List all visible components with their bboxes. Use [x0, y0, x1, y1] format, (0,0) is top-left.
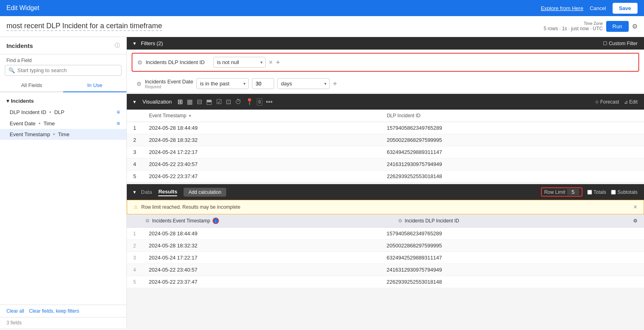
- sidebar: Incidents ⓘ Find a Field 🔍 All Fields In…: [0, 37, 127, 328]
- row-num: 1: [127, 122, 142, 134]
- row-limit-label: Row Limit: [544, 189, 566, 195]
- fields-count: 3 fields: [0, 317, 126, 328]
- widget-title-bar: most recent DLP Incident for a certain t…: [0, 16, 644, 37]
- filter-condition-select-2[interactable]: is in the past: [196, 78, 249, 89]
- filter-field-1: Incidents DLP Incident ID: [146, 59, 210, 65]
- tab-in-use[interactable]: In Use: [63, 79, 126, 92]
- data-timestamp-2: 2024-05-28 18:32:32: [142, 240, 380, 252]
- filter-row-1: ⚙ Incidents DLP Incident ID is not null …: [132, 53, 639, 72]
- cancel-button[interactable]: Cancel: [590, 5, 606, 11]
- filter-unit-select[interactable]: days: [277, 78, 330, 89]
- viz-th-dlp-id[interactable]: DLP Incident ID: [380, 110, 644, 122]
- viz-dlp-4: 2416312930975794949: [380, 158, 644, 170]
- viz-th-timestamp[interactable]: Event Timestamp ▼: [142, 110, 380, 122]
- explore-from-here-button[interactable]: Explore from Here: [541, 5, 583, 11]
- data-collapse-icon[interactable]: ▾: [133, 189, 136, 195]
- clear-all-button[interactable]: Clear all: [6, 308, 24, 314]
- filter-add-button-2[interactable]: +: [333, 80, 337, 87]
- data-row: 3 2024-05-24 17:22:17 632494252988931114…: [127, 252, 644, 264]
- data-dlp-2: 2050022868297599995: [380, 240, 644, 252]
- sidebar-tabs: All Fields In Use: [0, 79, 126, 92]
- viz-line-icon[interactable]: ⊡: [225, 97, 232, 106]
- viz-header: ▾ Visualization ⊞ ▦ ⊟ ⬒ ☑ ⊡ ⏱ 📍 6 ••• ⊹: [127, 94, 644, 110]
- search-icon: 🔍: [8, 67, 15, 73]
- add-calculation-button[interactable]: Add calculation: [184, 188, 226, 197]
- field-item-dlp-incident-id[interactable]: DLP Incident ID • DLP ≡: [0, 106, 126, 118]
- row-limit-input[interactable]: [567, 189, 579, 195]
- filters-label: Filters (2): [141, 40, 163, 46]
- forecast-button[interactable]: ⊹ Forecast: [595, 99, 619, 105]
- row-num: 4: [127, 264, 142, 276]
- search-input[interactable]: [17, 67, 118, 73]
- row-num: 3: [127, 252, 142, 264]
- viz-table-icon[interactable]: ⊞: [177, 97, 184, 106]
- field-item-event-timestamp[interactable]: Event Timestamp • Time: [0, 129, 126, 140]
- data-row: 5 2024-05-22 23:37:47 226293925255301814…: [127, 276, 644, 288]
- col-header-timestamp[interactable]: ⚙ Incidents Event Timestamp ↓: [139, 214, 392, 227]
- data-section: ▾ Data Results Add calculation Row Limit…: [127, 184, 644, 288]
- viz-collapse-icon[interactable]: ▾: [133, 99, 136, 105]
- data-header-right: Row Limit Totals Subtotals: [541, 187, 638, 197]
- settings-icon[interactable]: ⚙: [632, 23, 638, 30]
- field-item-event-date[interactable]: Event Date • Time ≡: [0, 118, 126, 129]
- filter-gear-icon-2[interactable]: ⚙: [136, 81, 142, 87]
- viz-row: 4 2024-05-22 23:40:57 241631293097579494…: [127, 158, 644, 170]
- visualization-table: Event Timestamp ▼ DLP Incident ID 1 2024…: [127, 110, 644, 183]
- filter-add-button-1[interactable]: +: [276, 59, 280, 66]
- row-num: 5: [127, 170, 142, 183]
- header-title: Edit Widget: [6, 4, 39, 12]
- viz-edit-button[interactable]: ⊿ Edit: [624, 99, 638, 105]
- row-num: 4: [127, 158, 142, 170]
- viz-icon-group: ⊞ ▦ ⊟ ⬒ ☑ ⊡ ⏱ 📍 6 •••: [177, 97, 274, 106]
- viz-bar-icon[interactable]: ▦: [186, 97, 194, 106]
- viz-dlp-1: 1579405862349765289: [380, 122, 644, 134]
- viz-scatter-icon[interactable]: ⊟: [196, 97, 203, 106]
- viz-row: 3 2024-05-24 17:22:17 632494252988931114…: [127, 146, 644, 158]
- viz-num-icon[interactable]: 6: [257, 98, 263, 106]
- totals-checkbox[interactable]: [587, 190, 592, 195]
- tab-results[interactable]: Results: [158, 188, 177, 196]
- data-row: 1 2024-05-28 18:44:49 157940586234976528…: [127, 228, 644, 240]
- run-button[interactable]: Run: [606, 21, 629, 32]
- field-group-incidents[interactable]: ▾ Incidents: [0, 95, 126, 106]
- sidebar-info-icon[interactable]: ⓘ: [115, 42, 120, 49]
- viz-check-icon[interactable]: ☑: [215, 97, 223, 106]
- data-timestamp-3: 2024-05-24 17:22:17: [142, 252, 380, 264]
- col-spacer: [127, 214, 139, 227]
- viz-area-icon[interactable]: ⬒: [205, 97, 213, 106]
- sort-icon-timestamp[interactable]: ▼: [188, 114, 192, 118]
- subtotals-checkbox[interactable]: [611, 190, 616, 195]
- row-num: 5: [127, 276, 142, 288]
- viz-pin-icon[interactable]: 📍: [245, 97, 254, 106]
- tab-all-fields[interactable]: All Fields: [0, 79, 63, 92]
- filter-close-button-1[interactable]: ×: [269, 59, 272, 66]
- filter-icon-event-date: ≡: [117, 120, 120, 127]
- custom-filter-button[interactable]: ☐ Custom Filter: [603, 41, 638, 46]
- content-area: ▾ Filters (2) ☐ Custom Filter ⚙ Incident…: [127, 37, 644, 328]
- col-header-dlp-id[interactable]: ⚙ Incidents DLP Incident ID ⚙: [392, 214, 644, 227]
- viz-row: 1 2024-05-28 18:44:49 157940586234976528…: [127, 122, 644, 134]
- col-gear-timestamp[interactable]: ⚙: [145, 218, 150, 224]
- header-actions: Explore from Here Cancel Save: [541, 3, 638, 14]
- data-dlp-3: 6324942529889311147: [380, 252, 644, 264]
- filter-condition-wrap-2: is in the past: [196, 78, 249, 89]
- col-settings-dlp[interactable]: ⚙: [633, 218, 638, 224]
- find-field-label: Find a Field: [0, 54, 126, 65]
- data-dlp-4: 2416312930975794949: [380, 264, 644, 276]
- filter-condition-select-1[interactable]: is not null: [213, 57, 266, 68]
- filter-number-input[interactable]: [252, 78, 274, 89]
- col-gear-dlp[interactable]: ⚙: [398, 218, 402, 224]
- tab-data[interactable]: Data: [141, 188, 152, 196]
- warning-close-button[interactable]: ×: [634, 203, 637, 211]
- viz-label: Visualization: [142, 99, 172, 105]
- widget-title[interactable]: most recent DLP Incident for a certain t…: [6, 22, 162, 31]
- viz-more-icon[interactable]: •••: [265, 98, 273, 106]
- edit-icon: ⊿: [624, 99, 628, 105]
- filters-header: ▾ Filters (2) ☐ Custom Filter: [127, 37, 644, 50]
- viz-clock-icon[interactable]: ⏱: [234, 98, 242, 106]
- filter-gear-icon-1[interactable]: ⚙: [137, 59, 142, 66]
- clear-fields-keep-filters-button[interactable]: Clear fields, keep filters: [29, 308, 79, 314]
- save-button[interactable]: Save: [613, 3, 638, 14]
- viz-timestamp-2: 2024-05-28 18:32:32: [142, 134, 380, 146]
- filters-collapse-icon[interactable]: ▾: [133, 40, 136, 46]
